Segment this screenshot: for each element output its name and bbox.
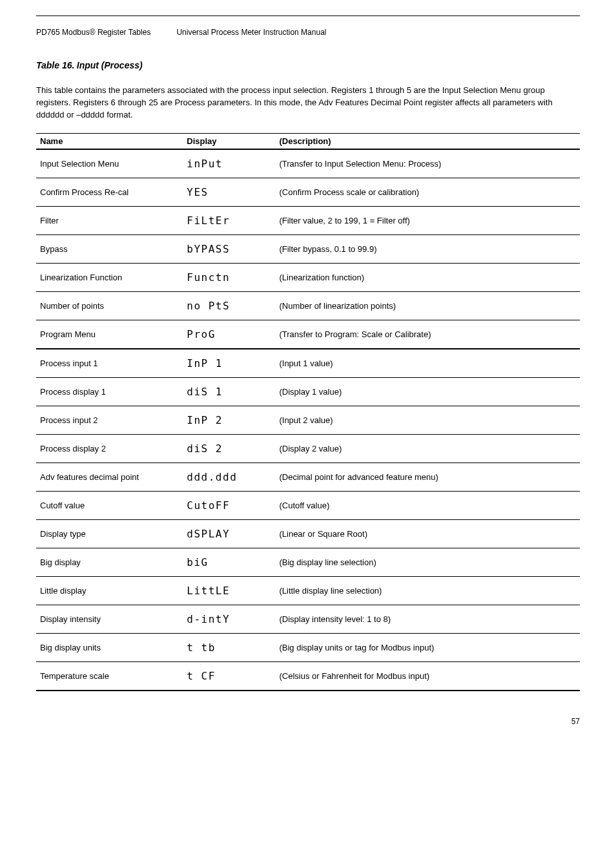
- cell-description: (Number of linearization points): [275, 291, 580, 320]
- cell-name: Display intensity: [36, 605, 183, 633]
- cell-name: Cutoff value: [36, 491, 183, 519]
- cell-display: dSPLAY: [183, 519, 275, 548]
- cell-description: (Input 1 value): [275, 349, 580, 378]
- cell-display: YES: [183, 178, 275, 206]
- cell-display: Functn: [183, 263, 275, 291]
- table-row: Temperature scalet CF(Celsius or Fahrenh…: [36, 661, 580, 691]
- cell-name: Input Selection Menu: [36, 149, 183, 178]
- cell-name: Process input 2: [36, 406, 183, 434]
- cell-name: Display type: [36, 519, 183, 548]
- page-number: 57: [571, 717, 580, 726]
- page-footer: 57: [36, 717, 580, 726]
- table-row: Program MenuProG(Transfer to Program: Sc…: [36, 320, 580, 349]
- cell-description: (Transfer to Input Selection Menu: Proce…: [275, 149, 580, 178]
- cell-display: biG: [183, 548, 275, 576]
- table-row: Cutoff valueCutoFF(Cutoff value): [36, 491, 580, 519]
- cell-name: Process display 1: [36, 377, 183, 406]
- cell-description: (Cutoff value): [275, 491, 580, 519]
- header-divider: [36, 16, 580, 16]
- table-row: Display intensityd-intY(Display intensit…: [36, 605, 580, 633]
- page-header: PD765 Modbus® Register Tables Universal …: [36, 28, 580, 37]
- cell-description: (Transfer to Program: Scale or Calibrate…: [275, 320, 580, 349]
- table-row: Number of pointsno PtS(Number of lineari…: [36, 291, 580, 320]
- cell-description: (Display 2 value): [275, 434, 580, 463]
- cell-description: (Celsius or Fahrenheit for Modbus input): [275, 661, 580, 691]
- col-display: Display: [183, 133, 275, 149]
- cell-display: no PtS: [183, 291, 275, 320]
- table-row: Process display 1diS 1(Display 1 value): [36, 377, 580, 406]
- table-row: Big display unitst tb(Big display units …: [36, 633, 580, 661]
- cell-name: Process display 2: [36, 434, 183, 463]
- cell-name: Big display units: [36, 633, 183, 661]
- cell-description: (Filter bypass, 0.1 to 99.9): [275, 234, 580, 263]
- col-name: Name: [36, 133, 183, 149]
- cell-name: Program Menu: [36, 320, 183, 349]
- section-heading: Table 16. Input (Process): [36, 60, 580, 70]
- cell-name: Filter: [36, 206, 183, 234]
- cell-description: (Filter value, 2 to 199, 1 = Filter off): [275, 206, 580, 234]
- register-table: Name Display (Description) Input Selecti…: [36, 133, 580, 691]
- cell-display: bYPASS: [183, 234, 275, 263]
- cell-display: diS 1: [183, 377, 275, 406]
- cell-display: InP 1: [183, 349, 275, 378]
- cell-display: diS 2: [183, 434, 275, 463]
- table-row: Adv features decimal pointddd.ddd(Decima…: [36, 463, 580, 491]
- section-title: Input (Process): [77, 60, 143, 70]
- table-header: Name Display (Description): [36, 133, 580, 149]
- cell-description: (Input 2 value): [275, 406, 580, 434]
- cell-name: Big display: [36, 548, 183, 576]
- cell-display: ProG: [183, 320, 275, 349]
- cell-display: CutoFF: [183, 491, 275, 519]
- cell-name: Bypass: [36, 234, 183, 263]
- cell-name: Little display: [36, 576, 183, 605]
- cell-description: (Big display units or tag for Modbus inp…: [275, 633, 580, 661]
- cell-description: (Display 1 value): [275, 377, 580, 406]
- intro-paragraph: This table contains the parameters assoc…: [36, 85, 580, 121]
- table-body: Input Selection MenuinPut(Transfer to In…: [36, 149, 580, 691]
- table-row: FilterFiLtEr(Filter value, 2 to 199, 1 =…: [36, 206, 580, 234]
- doc-title: PD765 Modbus® Register Tables: [36, 28, 150, 37]
- cell-display: FiLtEr: [183, 206, 275, 234]
- col-description: (Description): [275, 133, 580, 149]
- cell-description: (Big display line selection): [275, 548, 580, 576]
- cell-display: t CF: [183, 661, 275, 691]
- table-row: Display typedSPLAY(Linear or Square Root…: [36, 519, 580, 548]
- table-row: Big displaybiG(Big display line selectio…: [36, 548, 580, 576]
- cell-description: (Decimal point for advanced feature menu…: [275, 463, 580, 491]
- cell-display: d-intY: [183, 605, 275, 633]
- table-row: Process display 2diS 2(Display 2 value): [36, 434, 580, 463]
- table-row: Input Selection MenuinPut(Transfer to In…: [36, 149, 580, 178]
- doc-subtitle: Universal Process Meter Instruction Manu…: [176, 28, 326, 37]
- cell-name: Number of points: [36, 291, 183, 320]
- cell-description: (Display intensity level: 1 to 8): [275, 605, 580, 633]
- cell-name: Process input 1: [36, 349, 183, 378]
- cell-display: InP 2: [183, 406, 275, 434]
- cell-description: (Linearization function): [275, 263, 580, 291]
- table-row: Process input 2InP 2(Input 2 value): [36, 406, 580, 434]
- cell-name: Linearization Function: [36, 263, 183, 291]
- table-row: Linearization FunctionFunctn(Linearizati…: [36, 263, 580, 291]
- cell-display: ddd.ddd: [183, 463, 275, 491]
- section-number: Table 16.: [36, 60, 74, 70]
- cell-description: (Confirm Process scale or calibration): [275, 178, 580, 206]
- cell-name: Confirm Process Re-cal: [36, 178, 183, 206]
- cell-display: inPut: [183, 149, 275, 178]
- cell-description: (Little display line selection): [275, 576, 580, 605]
- cell-name: Temperature scale: [36, 661, 183, 691]
- cell-display: t tb: [183, 633, 275, 661]
- table-row: Process input 1InP 1(Input 1 value): [36, 349, 580, 378]
- table-row: Little displayLittLE(Little display line…: [36, 576, 580, 605]
- cell-name: Adv features decimal point: [36, 463, 183, 491]
- table-row: Confirm Process Re-calYES(Confirm Proces…: [36, 178, 580, 206]
- table-row: BypassbYPASS(Filter bypass, 0.1 to 99.9): [36, 234, 580, 263]
- cell-display: LittLE: [183, 576, 275, 605]
- cell-description: (Linear or Square Root): [275, 519, 580, 548]
